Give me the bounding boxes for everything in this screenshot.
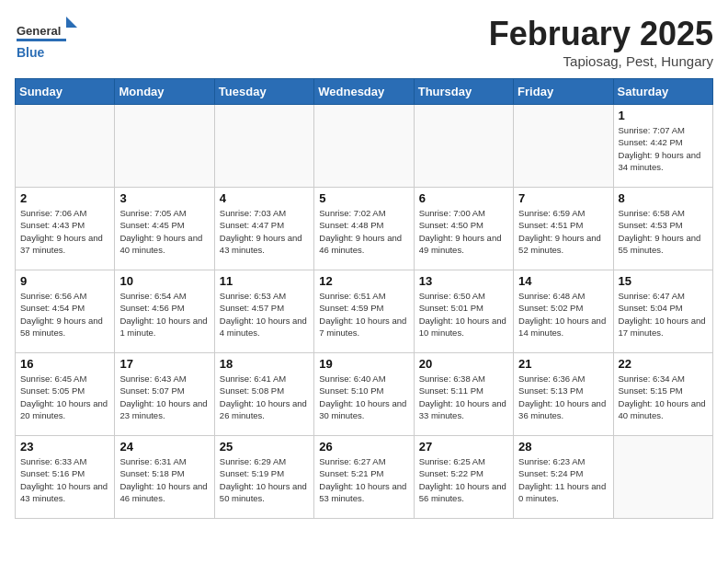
logo: General Blue — [15, 15, 79, 65]
day-number: 17 — [119, 357, 209, 371]
day-info: Sunrise: 7:06 AM Sunset: 4:43 PM Dayligh… — [20, 207, 109, 256]
day-info: Sunrise: 6:41 AM Sunset: 5:08 PM Dayligh… — [220, 373, 309, 421]
day-number: 18 — [220, 357, 309, 371]
calendar-day-cell: 22Sunrise: 6:34 AM Sunset: 5:15 PM Dayli… — [613, 353, 712, 436]
location: Tapiosag, Pest, Hungary — [489, 53, 713, 69]
calendar-day-cell — [115, 105, 214, 188]
calendar-day-cell: 21Sunrise: 6:36 AM Sunset: 5:13 PM Dayli… — [514, 353, 613, 436]
calendar-day-cell: 15Sunrise: 6:47 AM Sunset: 5:04 PM Dayli… — [613, 270, 712, 353]
calendar-header-row: SundayMondayTuesdayWednesdayThursdayFrid… — [16, 79, 713, 105]
day-info: Sunrise: 6:29 AM Sunset: 5:19 PM Dayligh… — [220, 455, 309, 504]
logo-svg: General Blue — [15, 15, 79, 65]
day-info: Sunrise: 7:02 AM Sunset: 4:48 PM Dayligh… — [319, 207, 408, 256]
day-number: 22 — [619, 357, 708, 371]
day-info: Sunrise: 6:36 AM Sunset: 5:13 PM Dayligh… — [518, 373, 608, 421]
page-header: General Blue February 2025 Tapiosag, Pes… — [15, 15, 713, 69]
calendar-day-cell: 24Sunrise: 6:31 AM Sunset: 5:18 PM Dayli… — [115, 436, 214, 519]
column-header-saturday: Saturday — [613, 79, 712, 105]
calendar-day-cell: 1Sunrise: 7:07 AM Sunset: 4:42 PM Daylig… — [613, 105, 712, 188]
day-info: Sunrise: 6:47 AM Sunset: 5:04 PM Dayligh… — [619, 290, 708, 339]
day-info: Sunrise: 6:58 AM Sunset: 4:53 PM Dayligh… — [619, 207, 708, 256]
day-number: 27 — [419, 440, 508, 454]
day-info: Sunrise: 6:23 AM Sunset: 5:24 PM Dayligh… — [518, 455, 608, 504]
calendar-day-cell: 9Sunrise: 6:56 AM Sunset: 4:54 PM Daylig… — [16, 270, 115, 353]
day-info: Sunrise: 6:54 AM Sunset: 4:56 PM Dayligh… — [119, 290, 209, 339]
svg-text:Blue: Blue — [17, 45, 45, 60]
column-header-tuesday: Tuesday — [214, 79, 313, 105]
day-info: Sunrise: 7:00 AM Sunset: 4:50 PM Dayligh… — [419, 207, 508, 256]
day-info: Sunrise: 7:05 AM Sunset: 4:45 PM Dayligh… — [119, 207, 209, 256]
calendar-day-cell: 19Sunrise: 6:40 AM Sunset: 5:10 PM Dayli… — [314, 353, 414, 436]
calendar-week-row: 2Sunrise: 7:06 AM Sunset: 4:43 PM Daylig… — [16, 188, 713, 270]
day-info: Sunrise: 6:40 AM Sunset: 5:10 PM Dayligh… — [319, 373, 408, 421]
calendar-day-cell: 20Sunrise: 6:38 AM Sunset: 5:11 PM Dayli… — [414, 353, 513, 436]
column-header-sunday: Sunday — [16, 79, 115, 105]
day-number: 20 — [419, 357, 508, 371]
day-info: Sunrise: 6:43 AM Sunset: 5:07 PM Dayligh… — [119, 373, 209, 421]
day-number: 4 — [220, 191, 309, 205]
day-number: 26 — [319, 440, 408, 454]
svg-rect-2 — [17, 39, 66, 41]
month-title: February 2025 — [489, 15, 713, 53]
day-info: Sunrise: 6:45 AM Sunset: 5:05 PM Dayligh… — [20, 373, 109, 421]
day-info: Sunrise: 6:50 AM Sunset: 5:01 PM Dayligh… — [419, 290, 508, 339]
day-number: 21 — [518, 357, 608, 371]
column-header-monday: Monday — [115, 79, 214, 105]
day-number: 7 — [518, 191, 608, 205]
calendar-day-cell: 8Sunrise: 6:58 AM Sunset: 4:53 PM Daylig… — [613, 188, 712, 270]
day-info: Sunrise: 6:48 AM Sunset: 5:02 PM Dayligh… — [518, 290, 608, 339]
calendar-day-cell — [16, 105, 115, 188]
calendar-day-cell — [613, 436, 712, 519]
day-number: 10 — [119, 274, 209, 288]
svg-marker-1 — [66, 17, 77, 28]
day-number: 6 — [419, 191, 508, 205]
day-info: Sunrise: 7:03 AM Sunset: 4:47 PM Dayligh… — [220, 207, 309, 256]
calendar-day-cell: 4Sunrise: 7:03 AM Sunset: 4:47 PM Daylig… — [214, 188, 313, 270]
day-info: Sunrise: 6:38 AM Sunset: 5:11 PM Dayligh… — [419, 373, 508, 421]
day-number: 23 — [20, 440, 109, 454]
calendar-day-cell — [314, 105, 414, 188]
calendar-day-cell: 18Sunrise: 6:41 AM Sunset: 5:08 PM Dayli… — [214, 353, 313, 436]
calendar-day-cell — [414, 105, 513, 188]
day-number: 15 — [619, 274, 708, 288]
calendar-day-cell: 14Sunrise: 6:48 AM Sunset: 5:02 PM Dayli… — [514, 270, 613, 353]
calendar-day-cell: 27Sunrise: 6:25 AM Sunset: 5:22 PM Dayli… — [414, 436, 513, 519]
day-info: Sunrise: 6:59 AM Sunset: 4:51 PM Dayligh… — [518, 207, 608, 256]
day-info: Sunrise: 6:51 AM Sunset: 4:59 PM Dayligh… — [319, 290, 408, 339]
day-number: 12 — [319, 274, 408, 288]
day-number: 3 — [119, 191, 209, 205]
calendar-day-cell: 11Sunrise: 6:53 AM Sunset: 4:57 PM Dayli… — [214, 270, 313, 353]
title-block: February 2025 Tapiosag, Pest, Hungary — [489, 15, 713, 69]
day-number: 19 — [319, 357, 408, 371]
day-number: 24 — [119, 440, 209, 454]
day-number: 1 — [619, 109, 708, 122]
calendar-day-cell: 2Sunrise: 7:06 AM Sunset: 4:43 PM Daylig… — [16, 188, 115, 270]
calendar-day-cell: 12Sunrise: 6:51 AM Sunset: 4:59 PM Dayli… — [314, 270, 414, 353]
day-number: 13 — [419, 274, 508, 288]
calendar-day-cell: 3Sunrise: 7:05 AM Sunset: 4:45 PM Daylig… — [115, 188, 214, 270]
calendar-week-row: 23Sunrise: 6:33 AM Sunset: 5:16 PM Dayli… — [16, 436, 713, 519]
calendar-day-cell: 17Sunrise: 6:43 AM Sunset: 5:07 PM Dayli… — [115, 353, 214, 436]
day-info: Sunrise: 6:25 AM Sunset: 5:22 PM Dayligh… — [419, 455, 508, 504]
calendar-week-row: 16Sunrise: 6:45 AM Sunset: 5:05 PM Dayli… — [16, 353, 713, 436]
calendar-day-cell: 13Sunrise: 6:50 AM Sunset: 5:01 PM Dayli… — [414, 270, 513, 353]
calendar-table: SundayMondayTuesdayWednesdayThursdayFrid… — [15, 78, 713, 519]
day-number: 2 — [20, 191, 109, 205]
day-number: 11 — [220, 274, 309, 288]
day-number: 9 — [20, 274, 109, 288]
calendar-day-cell: 10Sunrise: 6:54 AM Sunset: 4:56 PM Dayli… — [115, 270, 214, 353]
calendar-day-cell — [514, 105, 613, 188]
day-info: Sunrise: 6:31 AM Sunset: 5:18 PM Dayligh… — [119, 455, 209, 504]
calendar-day-cell: 16Sunrise: 6:45 AM Sunset: 5:05 PM Dayli… — [16, 353, 115, 436]
day-info: Sunrise: 6:27 AM Sunset: 5:21 PM Dayligh… — [319, 455, 408, 504]
column-header-wednesday: Wednesday — [314, 79, 414, 105]
day-number: 25 — [220, 440, 309, 454]
calendar-day-cell: 6Sunrise: 7:00 AM Sunset: 4:50 PM Daylig… — [414, 188, 513, 270]
calendar-day-cell: 23Sunrise: 6:33 AM Sunset: 5:16 PM Dayli… — [16, 436, 115, 519]
day-number: 16 — [20, 357, 109, 371]
calendar-day-cell: 5Sunrise: 7:02 AM Sunset: 4:48 PM Daylig… — [314, 188, 414, 270]
calendar-week-row: 1Sunrise: 7:07 AM Sunset: 4:42 PM Daylig… — [16, 105, 713, 188]
column-header-friday: Friday — [514, 79, 613, 105]
svg-text:General: General — [17, 24, 61, 38]
calendar-day-cell: 7Sunrise: 6:59 AM Sunset: 4:51 PM Daylig… — [514, 188, 613, 270]
